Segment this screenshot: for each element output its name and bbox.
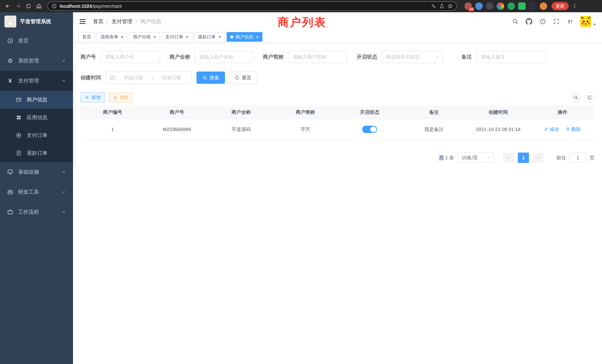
- sidebar-item-workflow[interactable]: 工作流程: [0, 202, 73, 222]
- total-suffix: 条: [449, 155, 454, 161]
- tab-process-form[interactable]: 流程表单×: [97, 32, 127, 42]
- status-select[interactable]: 请选择开启状态: [382, 51, 443, 63]
- col-status: 开启状态: [337, 106, 402, 119]
- search-icon[interactable]: [512, 18, 519, 25]
- tab-label: 首页: [82, 34, 91, 40]
- sidebar-item-infrastructure[interactable]: 基础设施: [0, 162, 73, 182]
- chevron-down-icon: [486, 156, 490, 160]
- export-button[interactable]: 导出: [109, 92, 133, 103]
- col-short-name: 商户简称: [273, 106, 337, 119]
- goto-label: 前往: [556, 155, 566, 161]
- breadcrumb-item-home[interactable]: 首页: [93, 18, 103, 25]
- download-icon: [113, 95, 118, 100]
- github-icon[interactable]: [525, 18, 533, 25]
- prev-page-button[interactable]: [503, 152, 514, 163]
- edit-link[interactable]: 修改: [544, 126, 559, 132]
- chrome-update-button[interactable]: 更新: [552, 2, 569, 10]
- chevron-right-icon: [536, 156, 540, 160]
- browser-reload-button[interactable]: [24, 1, 33, 11]
- toggle-search-button[interactable]: [571, 93, 581, 103]
- sidebar-item-payment[interactable]: ¥ 支付管理: [0, 71, 73, 91]
- extension-icon-7[interactable]: [529, 2, 536, 10]
- help-icon[interactable]: ?: [539, 18, 546, 25]
- sidebar-item-home[interactable]: 首页: [0, 31, 73, 51]
- merchant-table: 商户编号 商户号 商户全称 商户简称 开启状态 备注 创建时间 操作 1 M23…: [80, 106, 595, 140]
- remark-input[interactable]: [476, 51, 546, 63]
- search-icon: [573, 95, 578, 100]
- browser-menu-icon[interactable]: [572, 3, 577, 9]
- calendar-icon: [110, 75, 115, 80]
- breadcrumb-item-payment[interactable]: 支付管理: [112, 18, 132, 25]
- delete-link[interactable]: 删除: [566, 126, 581, 132]
- profile-avatar-icon[interactable]: [540, 2, 547, 10]
- tab-label: 商户信息: [236, 34, 253, 40]
- logo[interactable]: 芋道管理系统: [0, 12, 73, 31]
- browser-back-button[interactable]: [3, 1, 13, 11]
- navbar-actions: ? тT: [512, 16, 596, 27]
- bookmark-star-icon[interactable]: [447, 3, 453, 9]
- pagination-total: 共 1 条: [439, 155, 454, 161]
- next-page-button[interactable]: [533, 152, 544, 163]
- add-button[interactable]: 新增: [80, 92, 105, 103]
- refresh-table-button[interactable]: [585, 93, 595, 103]
- app-title: 芋道管理系统: [20, 18, 51, 25]
- reset-button[interactable]: 重置: [229, 72, 257, 84]
- reset-button-label: 重置: [242, 75, 251, 81]
- password-key-icon[interactable]: [431, 3, 436, 9]
- browser-forward-button[interactable]: [13, 1, 23, 11]
- sidebar-item-dev-tools[interactable]: 研发工具: [0, 182, 73, 202]
- tab-label: 退款订单: [198, 34, 216, 40]
- cell-remark: 我是备注: [402, 119, 466, 140]
- extension-icon-3[interactable]: [486, 2, 493, 10]
- date-range-picker[interactable]: 开始日期 - 结束日期: [106, 72, 192, 84]
- merchant-no-input[interactable]: [100, 51, 160, 63]
- cell-create-time: 2021-10-23 08:31:14: [466, 119, 530, 140]
- breadcrumb-separator: /: [136, 19, 137, 24]
- tab-user-group[interactable]: 用户分组×: [129, 32, 160, 42]
- tab-home[interactable]: 首页: [79, 32, 95, 42]
- page-number-button[interactable]: 1: [518, 152, 529, 163]
- chevron-up-icon: [62, 79, 66, 83]
- tab-pay-orders[interactable]: 支付订单×: [162, 32, 192, 42]
- breadcrumb: 首页 / 支付管理 / 商户信息: [93, 18, 161, 25]
- sidebar-item-pay-orders[interactable]: 支付订单: [0, 126, 73, 144]
- fullscreen-icon[interactable]: [553, 18, 560, 25]
- browser-home-button[interactable]: [34, 1, 44, 11]
- share-icon[interactable]: [439, 3, 444, 9]
- add-button-label: 新增: [92, 95, 100, 100]
- sidebar: 芋道管理系统 首页 ⚙ 系统管理 ¥ 支付管理: [0, 12, 73, 364]
- col-remark: 备注: [402, 106, 466, 119]
- sidebar-item-refund-orders[interactable]: 退款订单: [0, 144, 73, 162]
- close-icon[interactable]: ×: [218, 34, 221, 39]
- user-menu[interactable]: [580, 16, 596, 27]
- hamburger-icon[interactable]: [79, 18, 86, 25]
- close-icon[interactable]: ×: [153, 34, 156, 39]
- goto-page-input[interactable]: [570, 152, 586, 163]
- address-bar[interactable]: localhost:1024/pay/merchant: [47, 1, 457, 11]
- card-icon: [16, 96, 22, 103]
- tab-refund-orders[interactable]: 退款订单×: [194, 32, 225, 42]
- extension-icon-6[interactable]: [518, 2, 526, 10]
- document-icon: [16, 150, 22, 156]
- font-size-icon[interactable]: тT: [566, 18, 574, 25]
- site-info-icon[interactable]: [52, 3, 57, 9]
- close-icon[interactable]: ×: [256, 34, 259, 39]
- sidebar-item-system[interactable]: ⚙ 系统管理: [0, 51, 73, 71]
- extension-icon-4[interactable]: [497, 2, 504, 10]
- status-toggle[interactable]: [362, 126, 377, 133]
- search-button[interactable]: 搜索: [196, 72, 225, 84]
- tab-merchant-info[interactable]: 商户信息×: [227, 32, 262, 42]
- extension-icon-1[interactable]: 10: [464, 2, 472, 10]
- extension-badge: 10: [468, 7, 474, 11]
- close-icon[interactable]: ×: [186, 34, 189, 39]
- sidebar-item-merchant-info[interactable]: 商户信息: [0, 91, 73, 109]
- filter-label-create-time: 创建时间: [80, 74, 101, 81]
- page-size-select[interactable]: 10条/页: [458, 152, 494, 163]
- extension-icon-2[interactable]: [475, 2, 483, 10]
- short-name-input[interactable]: [288, 51, 347, 63]
- full-name-input[interactable]: [195, 51, 254, 63]
- close-icon[interactable]: ×: [121, 34, 124, 39]
- extension-icon-5[interactable]: [507, 2, 515, 10]
- cell-merchant-id: 1: [80, 119, 145, 140]
- sidebar-item-app-info[interactable]: 应用信息: [0, 109, 73, 126]
